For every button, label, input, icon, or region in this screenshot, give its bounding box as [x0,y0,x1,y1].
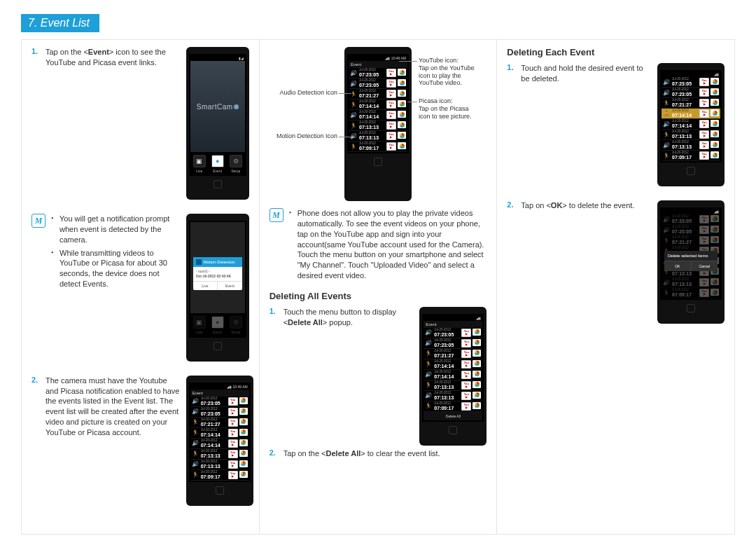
youtube-icon[interactable] [228,460,238,469]
home-button[interactable] [687,304,695,312]
event-row[interactable]: 🏃 Jul-20-2012 07:14:14 [662,109,720,119]
youtube-icon[interactable] [699,88,709,97]
picasa-icon[interactable] [472,339,481,346]
event-row[interactable]: 🏃 Jul-20-2012 07:21:27 [662,235,720,246]
event-row[interactable]: 🔊 Jul-20-2012 07:14:14 [424,370,482,380]
youtube-icon[interactable] [461,381,471,390]
event-row[interactable]: 🔊 Jul-20-2012 07:23:05 [424,338,482,349]
event-row[interactable]: 🔊 Jul-20-2012 07:14:14 [349,110,407,121]
picasa-icon[interactable] [398,121,406,128]
event-row[interactable]: 🏃 Jul-20-2012 07:21:27 [190,418,249,428]
event-row[interactable]: 🔊 Jul-20-2012 07:23:05 [662,225,720,235]
event-row[interactable]: 🏃 Jul-20-2012 07:13:13 [662,130,720,140]
event-list[interactable]: 🔊 Jul-20-2012 07:23:05 🔊 Jul-20-2012 07:… [662,77,720,161]
event-list[interactable]: 🔊 Jul-20-2012 07:23:05 🔊 Jul-20-2012 07:… [424,328,482,412]
event-row[interactable]: 🔊 Jul-20-2012 07:23:05 [424,328,482,338]
youtube-icon[interactable] [386,100,396,109]
youtube-icon[interactable] [386,90,396,98]
event-row[interactable]: 🏃 Jul-20-2012 07:14:14 [349,99,407,110]
picasa-icon[interactable] [239,429,248,436]
youtube-icon[interactable] [461,329,471,337]
picasa-icon[interactable] [398,100,406,107]
youtube-icon[interactable] [699,130,709,139]
event-row[interactable]: 🔊 Jul-20-2012 07:23:05 [190,397,249,407]
dialog-live-button[interactable]: Live [193,282,218,291]
picasa-icon[interactable] [710,78,719,85]
picasa-icon[interactable] [398,142,406,149]
event-row[interactable]: 🔊 Jul-20-2012 07:23:05 [662,77,720,88]
picasa-icon[interactable] [472,350,481,357]
picasa-icon[interactable] [710,236,719,243]
event-row[interactable]: 🏃 Jul-20-2012 07:21:27 [424,349,482,359]
youtube-icon[interactable] [386,69,396,77]
event-row[interactable]: 🔊 Jul-20-2012 07:13:13 [349,131,407,142]
picasa-icon[interactable] [239,450,248,457]
picasa-icon[interactable] [472,402,481,409]
picasa-icon[interactable] [710,120,719,127]
home-button[interactable] [449,426,457,434]
youtube-icon[interactable] [461,392,471,400]
dialog-cancel-button[interactable]: Cancel [692,261,718,271]
event-row[interactable]: 🔊 Jul-20-2012 07:13:13 [190,460,249,470]
picasa-icon[interactable] [472,392,481,399]
nav-live[interactable]: ▣Live [193,155,206,173]
youtube-icon[interactable] [699,120,709,128]
youtube-icon[interactable] [461,371,471,379]
youtube-icon[interactable] [461,402,471,411]
picasa-icon[interactable] [710,226,719,233]
event-row[interactable]: 🏃 Jul-20-2012 07:09:17 [662,288,720,298]
event-row[interactable]: 🔊 Jul-20-2012 07:13:13 [424,391,482,401]
picasa-icon[interactable] [239,460,248,467]
event-list[interactable]: 🔊 Jul-20-2012 07:23:05 🔊 Jul-20-2012 07:… [190,397,249,481]
youtube-icon[interactable] [461,350,471,358]
picasa-icon[interactable] [398,69,406,76]
picasa-icon[interactable] [472,329,481,336]
nav-event[interactable]: ●Event [211,155,224,173]
home-button[interactable] [214,180,222,188]
picasa-icon[interactable] [710,130,719,137]
home-button[interactable] [374,158,382,166]
picasa-icon[interactable] [710,141,719,148]
event-row[interactable]: 🏃 Jul-20-2012 07:21:27 [349,89,407,99]
picasa-icon[interactable] [710,289,719,296]
youtube-icon[interactable] [699,109,709,118]
youtube-icon[interactable] [386,79,396,88]
youtube-icon[interactable] [386,142,396,151]
event-row[interactable]: 🏃 Jul-20-2012 07:13:13 [190,449,249,460]
picasa-icon[interactable] [710,151,719,158]
youtube-icon[interactable] [699,289,709,297]
picasa-icon[interactable] [398,132,406,139]
youtube-icon[interactable] [228,408,238,416]
event-row[interactable]: 🏃 Jul-20-2012 07:09:17 [662,151,720,161]
youtube-icon[interactable] [386,132,396,140]
picasa-icon[interactable] [710,109,719,116]
home-button[interactable] [687,167,695,175]
event-row[interactable]: 🏃 Jul-20-2012 07:09:17 [349,142,407,152]
picasa-icon[interactable] [472,381,481,388]
picasa-icon[interactable] [239,408,248,415]
delete-all-button[interactable]: Delete All [424,412,482,420]
picasa-icon[interactable] [710,88,719,95]
dialog-ok-button[interactable]: OK [664,261,692,271]
youtube-icon[interactable] [228,429,238,437]
youtube-icon[interactable] [228,471,238,479]
event-row[interactable]: 🔊 Jul-20-2012 07:13:13 [662,140,720,151]
event-row[interactable]: 🏃 Jul-20-2012 07:14:14 [424,359,482,370]
event-row[interactable]: 🔊 Jul-20-2012 07:13:13 [662,277,720,288]
event-row[interactable]: 🔊 Jul-20-2012 07:14:14 [662,119,720,130]
dialog-event-button[interactable]: Event [218,282,242,291]
event-row[interactable]: 🏃 Jul-20-2012 07:09:17 [190,470,249,481]
picasa-icon[interactable] [710,278,719,285]
picasa-icon[interactable] [472,360,481,367]
event-row[interactable]: 🏃 Jul-20-2012 07:21:27 [662,98,720,109]
event-row[interactable]: 🔊 Jul-20-2012 07:14:14 [190,439,249,449]
youtube-icon[interactable] [699,278,709,287]
youtube-icon[interactable] [699,226,709,234]
event-row[interactable]: 🔊 Jul-20-2012 07:23:05 [662,214,720,225]
youtube-icon[interactable] [228,439,238,448]
picasa-icon[interactable] [239,397,248,404]
event-row[interactable]: 🏃 Jul-20-2012 07:14:14 [190,428,249,439]
youtube-icon[interactable] [386,121,396,130]
event-row[interactable]: 🏃 Jul-20-2012 07:13:13 [349,121,407,131]
youtube-icon[interactable] [699,151,709,160]
